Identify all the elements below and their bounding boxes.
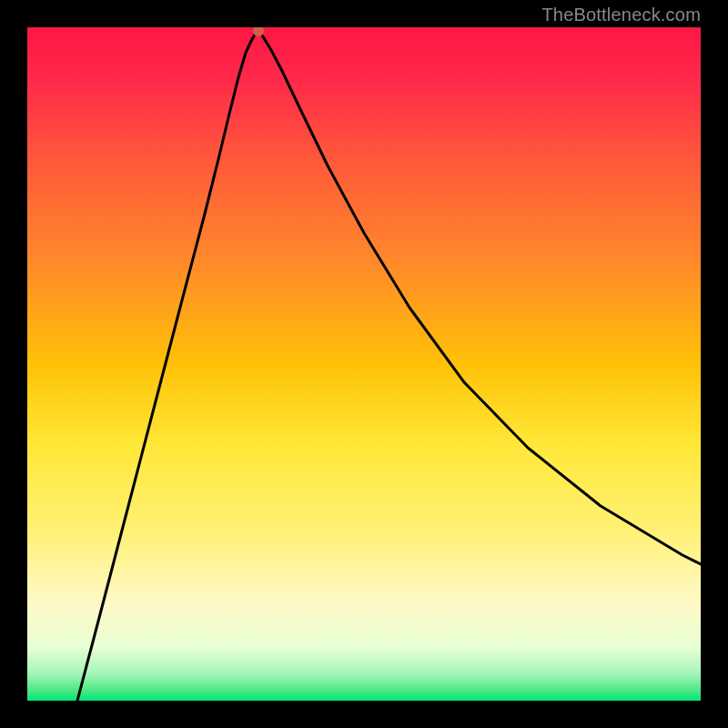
plot-area	[27, 27, 701, 701]
curve-layer	[27, 27, 701, 701]
chart-frame: TheBottleneck.com	[0, 0, 728, 728]
watermark-text: TheBottleneck.com	[541, 5, 701, 25]
bottleneck-curve	[77, 31, 701, 701]
